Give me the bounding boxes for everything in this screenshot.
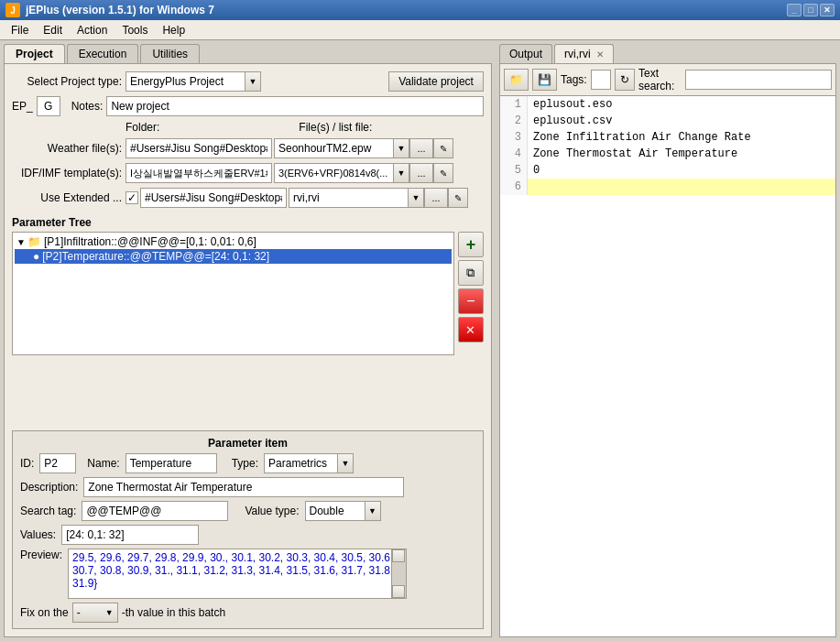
code-line-5: 5 0	[500, 162, 835, 179]
param-name-input[interactable]	[125, 453, 217, 473]
param-values-input[interactable]	[61, 525, 199, 545]
param-tree-label: Parameter Tree	[12, 216, 484, 229]
tab-execution[interactable]: Execution	[67, 44, 139, 63]
use-extended-row: Use Extended ... ✓ ▼ ... ✎	[12, 188, 484, 208]
line-num-6: 6	[500, 179, 528, 195]
idf-dropdown[interactable]: ▼	[393, 163, 409, 183]
menu-edit[interactable]: Edit	[36, 22, 70, 38]
use-extended-checkbox[interactable]: ✓	[125, 191, 138, 204]
project-type-dropdown[interactable]: ▼	[245, 71, 261, 92]
param-section-title: Parameter item	[20, 437, 475, 450]
idf-folder-input[interactable]	[125, 163, 272, 183]
idf-browse-button[interactable]: ...	[409, 163, 433, 183]
line-num-4: 4	[500, 146, 528, 162]
app-icon: J	[5, 3, 20, 17]
idf-file-input[interactable]	[274, 163, 393, 183]
tab-utilities[interactable]: Utilities	[140, 44, 200, 63]
weather-folder-input[interactable]	[125, 138, 272, 158]
idf-edit-button[interactable]: ✎	[433, 163, 453, 183]
line-content-4: Zone Thermostat Air Temperature	[528, 146, 737, 162]
menu-help[interactable]: Help	[155, 22, 192, 38]
main-layout: Project Execution Utilities Select Proje…	[0, 40, 840, 641]
right-panel: Output rvi,rvi ✕ 📁 💾 Tags: ↻ Text search…	[496, 40, 840, 641]
app-title: jEPlus (version 1.5.1) for Windows 7	[26, 4, 214, 16]
line-content-1: eplusout.eso	[528, 96, 612, 113]
tab-rvi-label: rvi,rvi	[564, 48, 591, 60]
maximize-button[interactable]: □	[803, 4, 818, 16]
menu-file[interactable]: File	[4, 22, 36, 38]
close-button[interactable]: ✕	[820, 4, 835, 16]
weather-row: Weather file(s): ▼ ... ✎	[12, 138, 484, 158]
param-values-row: Values:	[20, 525, 475, 545]
param-fix-label: Fix on the	[20, 606, 69, 619]
use-extended-label: Use Extended ...	[12, 191, 122, 204]
refresh-button[interactable]: ↻	[615, 69, 635, 91]
tags-label: Tags:	[561, 73, 587, 86]
parameter-tree[interactable]: ▼ 📁 [P1]Infiltration::@@INF@@=[0,1: 0,01…	[12, 232, 454, 355]
param-fix-value: -	[77, 606, 81, 619]
output-tab-bar: Output rvi,rvi ✕	[499, 44, 836, 64]
code-line-2: 2 eplusout.csv	[500, 113, 835, 129]
project-type-combo: ▼	[125, 71, 261, 92]
project-content: Select Project type: ▼ Validate project …	[4, 63, 492, 637]
param-search-input[interactable]	[82, 501, 228, 521]
project-type-input[interactable]	[125, 71, 245, 92]
use-ext-edit-button[interactable]: ✎	[448, 188, 468, 208]
tree-delete-button[interactable]: ✕	[458, 317, 484, 342]
weather-dropdown[interactable]: ▼	[393, 138, 409, 158]
code-editor[interactable]: 1 eplusout.eso 2 eplusout.csv 3 Zone Inf…	[499, 96, 836, 637]
use-ext-browse-button[interactable]: ...	[424, 188, 448, 208]
param-preview-label: Preview:	[20, 549, 62, 561]
line-content-6	[528, 179, 533, 195]
minimize-button[interactable]: _	[787, 4, 802, 16]
notes-input[interactable]	[106, 96, 484, 116]
tab-project[interactable]: Project	[4, 44, 65, 63]
tab-bar: Project Execution Utilities	[4, 44, 492, 63]
param-search-valuetype-row: Search tag: Value type: ▼	[20, 501, 475, 521]
param-desc-row: Description:	[20, 477, 475, 497]
tab-output[interactable]: Output	[499, 44, 552, 63]
use-ext-dropdown[interactable]: ▼	[408, 188, 424, 208]
param-fix-select[interactable]: - ▼	[72, 603, 118, 623]
open-file-button[interactable]: 📁	[504, 69, 529, 91]
code-line-4: 4 Zone Thermostat Air Temperature	[500, 146, 835, 162]
tree-remove-button[interactable]: −	[458, 288, 484, 314]
param-desc-input[interactable]	[83, 477, 404, 497]
validate-project-button[interactable]: Validate project	[388, 71, 484, 92]
param-type-input[interactable]	[264, 453, 337, 473]
code-line-3: 3 Zone Infiltration Air Change Rate	[500, 129, 835, 146]
use-ext-file-input[interactable]	[289, 188, 408, 208]
weather-file-input[interactable]	[274, 138, 393, 158]
tab-rvi-rvi[interactable]: rvi,rvi ✕	[554, 44, 614, 63]
tree-copy-button[interactable]: ⧉	[458, 260, 484, 286]
tags-combo[interactable]	[591, 70, 611, 90]
left-panel: Project Execution Utilities Select Proje…	[0, 40, 496, 641]
tab-rvi-close[interactable]: ✕	[596, 49, 604, 60]
param-desc-label: Description:	[20, 481, 78, 494]
menu-bar: File Edit Action Tools Help	[0, 20, 840, 40]
project-type-row: Select Project type: ▼ Validate project	[12, 71, 484, 92]
tree-add-button[interactable]: +	[458, 232, 484, 257]
param-values-label: Values:	[20, 528, 56, 541]
idf-file-combo: ▼	[274, 163, 409, 183]
weather-edit-button[interactable]: ✎	[433, 138, 453, 158]
weather-browse-button[interactable]: ...	[409, 138, 433, 158]
use-ext-folder-input[interactable]	[140, 188, 287, 208]
param-id-input[interactable]	[39, 453, 76, 473]
notes-label: Notes:	[71, 100, 104, 113]
preview-scrollbar[interactable]	[391, 549, 406, 598]
weather-file-combo: ▼	[274, 138, 409, 158]
bullet-icon-p2: ●	[33, 250, 39, 263]
param-valuetype-dropdown[interactable]: ▼	[365, 501, 381, 521]
param-valuetype-label: Value type:	[245, 505, 299, 517]
tree-item-p2[interactable]: ● [P2]Temperature::@@TEMP@@=[24: 0,1: 32…	[15, 249, 452, 264]
menu-action[interactable]: Action	[70, 22, 115, 38]
param-type-dropdown[interactable]: ▼	[337, 453, 354, 473]
param-preview-row: Preview: 29.5, 29.6, 29.7, 29.8, 29.9, 3…	[20, 549, 475, 599]
menu-tools[interactable]: Tools	[115, 22, 155, 38]
save-file-button[interactable]: 💾	[532, 69, 557, 91]
param-valuetype-input[interactable]	[305, 501, 365, 521]
tree-item-p1[interactable]: ▼ 📁 [P1]Infiltration::@@INF@@=[0,1: 0,01…	[15, 234, 452, 249]
text-search-input[interactable]	[685, 70, 832, 90]
param-id-name-type-row: ID: Name: Type: ▼	[20, 453, 475, 473]
